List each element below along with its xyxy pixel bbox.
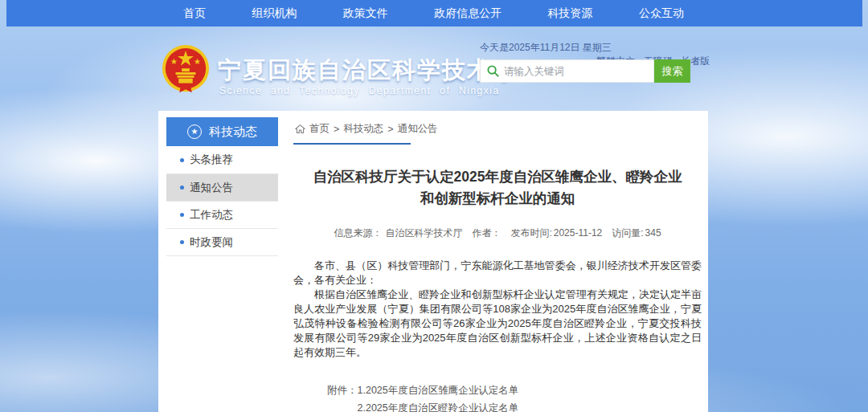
- sidebar-title: 科技动态: [209, 124, 257, 140]
- sidebar-item-label: 时政要闻: [190, 235, 233, 250]
- breadcrumb-sci-tech-dynamics[interactable]: 科技动态: [343, 122, 383, 136]
- breadcrumb-home[interactable]: 首页: [309, 122, 330, 136]
- search-box: [480, 59, 654, 83]
- bullet-icon: [180, 158, 184, 162]
- nav-item-policy-documents[interactable]: 政策文件: [343, 6, 388, 21]
- article-body: 各市、县（区）科技管理部门，宁东能源化工基地管委会，银川经济技术开发区管委会，各…: [293, 259, 702, 360]
- header-right: 今天是2025年11月12日 星期三 繁體中文 无障碍 长者版 搜索: [480, 39, 710, 109]
- bullet-icon: [180, 240, 184, 244]
- nav-item-sci-tech-resources[interactable]: 科技资源: [548, 6, 593, 21]
- meta-author-label: 作者：: [472, 227, 501, 239]
- sidebar-header: ★ 科技动态: [166, 117, 278, 146]
- sidebar-item-notices[interactable]: 通知公告: [166, 173, 278, 201]
- meta-visits-label: 访问量:: [612, 227, 643, 239]
- breadcrumb: 首页 > 科技动态 > 通知公告: [293, 117, 702, 143]
- site-title: 宁夏回族自治区科学技术厅: [218, 55, 517, 87]
- article-paragraph-1: 各市、县（区）科技管理部门，宁东能源化工基地管委会，银川经济技术开发区管委会，各…: [293, 259, 702, 288]
- breadcrumb-separator: >: [334, 124, 339, 135]
- article-meta: 信息来源：自治区科学技术厅作者：发布时间:2025-11-12访问量:345: [293, 226, 702, 240]
- article-title: 自治区科技厅关于认定2025年度自治区雏鹰企业、瞪羚企业 和创新型标杆企业的通知: [293, 166, 702, 210]
- sidebar: ★ 科技动态 头条推荐 通知公告 工作动态 时政要闻: [166, 117, 278, 256]
- meta-publish-date: 2025-11-12: [554, 227, 603, 239]
- meta-visits: 345: [645, 227, 661, 239]
- national-emblem-logo: [161, 44, 211, 100]
- search-icon: [487, 65, 499, 77]
- article-area: 首页 > 科技动态 > 通知公告 自治区科技厅关于认定2025年度自治区雏鹰企业…: [293, 117, 702, 412]
- bullet-icon: [180, 186, 184, 190]
- attachments-label: 附件：: [327, 381, 358, 412]
- meta-publish-label: 发布时间:: [510, 227, 551, 239]
- page: 首页 组织机构 政策文件 政府信息公开 科技资源 公众互动 宁夏回族自治区科学技…: [0, 0, 868, 412]
- search-bar: 搜索: [480, 59, 690, 83]
- content-card: ★ 科技动态 头条推荐 通知公告 工作动态 时政要闻: [158, 111, 708, 412]
- home-icon: [295, 124, 305, 134]
- meta-source: 自治区科学技术厅: [385, 227, 462, 239]
- breadcrumb-notices[interactable]: 通知公告: [398, 122, 438, 136]
- article-title-line2: 和创新型标杆企业的通知: [293, 188, 702, 210]
- search-input[interactable]: [504, 66, 649, 77]
- sidebar-menu: 头条推荐 通知公告 工作动态 时政要闻: [166, 146, 278, 256]
- top-nav: 首页 组织机构 政策文件 政府信息公开 科技资源 公众互动: [6, 0, 862, 27]
- attachments-list: 1.2025年度自治区雏鹰企业认定名单 2.2025年度自治区瞪羚企业认定名单 …: [358, 381, 549, 412]
- site-subtitle: Science and Technology Department of Nin…: [219, 85, 500, 96]
- site-header: 宁夏回族自治区科学技术厅 Science and Technology Depa…: [158, 39, 710, 109]
- attachment-gazelle-list[interactable]: 2.2025年度自治区瞪羚企业认定名单: [358, 399, 549, 412]
- meta-source-label: 信息来源：: [334, 227, 382, 239]
- nav-item-gov-info-disclosure[interactable]: 政府信息公开: [434, 6, 502, 21]
- sidebar-item-label: 工作动态: [190, 208, 233, 222]
- article-paragraph-2: 根据自治区雏鹰企业、瞪羚企业和创新型标杆企业认定管理有关规定，决定认定半亩良人农…: [293, 288, 702, 360]
- attachment-eagle-list[interactable]: 1.2025年度自治区雏鹰企业认定名单: [358, 381, 549, 399]
- breadcrumb-underline: [293, 143, 411, 145]
- sidebar-item-label: 通知公告: [190, 181, 233, 195]
- nav-item-organization[interactable]: 组织机构: [252, 6, 297, 21]
- attachments: 附件： 1.2025年度自治区雏鹰企业认定名单 2.2025年度自治区瞪羚企业认…: [293, 381, 702, 412]
- sidebar-item-work-dynamics[interactable]: 工作动态: [166, 201, 278, 228]
- search-button[interactable]: 搜索: [654, 59, 690, 83]
- nav-item-public-interaction[interactable]: 公众互动: [639, 6, 684, 21]
- breadcrumb-separator: >: [387, 124, 393, 135]
- sidebar-item-label: 头条推荐: [190, 153, 233, 167]
- sidebar-item-headlines[interactable]: 头条推荐: [166, 146, 278, 173]
- today-date: 今天是2025年11月12日 星期三: [480, 42, 612, 53]
- sidebar-item-current-politics[interactable]: 时政要闻: [166, 228, 278, 255]
- article-title-line1: 自治区科技厅关于认定2025年度自治区雏鹰企业、瞪羚企业: [293, 166, 702, 188]
- star-circle-icon: ★: [187, 124, 202, 139]
- bullet-icon: [180, 213, 184, 217]
- nav-item-home[interactable]: 首页: [183, 6, 206, 21]
